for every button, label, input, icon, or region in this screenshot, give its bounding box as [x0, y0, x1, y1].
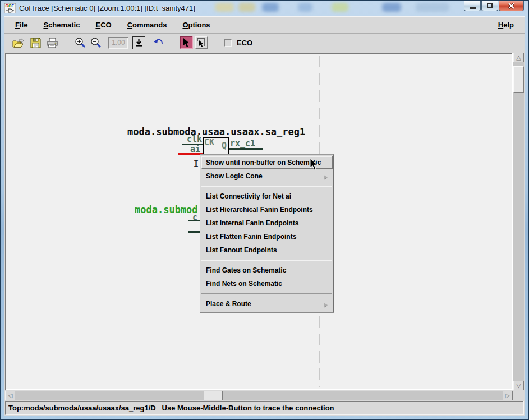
zoom-in-button[interactable]	[73, 36, 87, 49]
scroll-left-button[interactable]: ◁	[5, 391, 15, 400]
minimize-button[interactable]	[464, 1, 481, 11]
zoom-in-icon	[75, 37, 86, 48]
zoom-out-button[interactable]	[89, 36, 103, 49]
context-menu: Show until non-buffer on Schematic Show …	[200, 154, 334, 312]
scrollbar-corner	[513, 391, 524, 400]
status-text: Top:moda/submoda/usaa/usaax/sa_reg1/D Us…	[8, 404, 334, 412]
place-down-button[interactable]	[132, 36, 145, 49]
eco-checkbox[interactable]	[224, 39, 232, 47]
toolbar: ECO	[4, 34, 525, 52]
instance-name-partial-label[interactable]: I	[194, 159, 199, 169]
pin-q-label: Q	[222, 141, 227, 151]
menu-item-find-nets[interactable]: Find Nets on Schematic	[201, 277, 333, 290]
open-folder-icon	[12, 38, 24, 48]
menu-separator	[201, 260, 332, 261]
menu-separator	[201, 293, 332, 294]
horizontal-scrollbar[interactable]: ◁ ▷	[5, 391, 513, 400]
statusbar: Top:moda/submoda/usaa/usaax/sa_reg1/D Us…	[5, 401, 524, 415]
arrow-down-to-line-icon	[135, 39, 143, 47]
zoom-out-icon	[90, 37, 102, 48]
menu-separator	[201, 186, 332, 187]
stub-wire[interactable]	[188, 231, 200, 233]
cursor-arrow-icon	[183, 38, 190, 48]
vertical-scroll-track[interactable]	[513, 62, 524, 381]
undo-arrow-icon	[153, 38, 164, 47]
close-icon	[508, 3, 515, 9]
menu-schematic[interactable]: Schematic	[38, 19, 85, 31]
triangle-left-icon: ◁	[8, 393, 12, 399]
svg-text:GOF: GOF	[6, 4, 15, 8]
mouse-cursor	[309, 158, 319, 170]
horizontal-scroll-thumb[interactable]	[204, 391, 223, 400]
horizontal-scroll-track[interactable]	[15, 391, 503, 400]
maximize-icon	[487, 3, 493, 8]
goftrace-window: GOF GofTrace [Schematic 0] [Zoom:1.00:1]…	[0, 0, 529, 420]
print-button[interactable]	[45, 36, 59, 49]
scroll-down-button[interactable]: ▽	[513, 381, 524, 390]
menu-item-show-logic-cone[interactable]: Show Logic Cone	[201, 169, 333, 183]
triangle-up-icon: △	[516, 54, 521, 61]
menubar: File Schematic ECO Commands Options Help	[4, 16, 525, 34]
select-box-mode-button[interactable]	[195, 36, 208, 49]
glass-reflection	[238, 3, 255, 12]
workarea: moda.submoda.usaa.usaax.sa_reg1 CK Q clk…	[4, 52, 525, 390]
net-clk-label[interactable]: clk	[187, 134, 202, 144]
instance-path-label[interactable]: moda.submoda.usaa.usaax.sa_reg1	[127, 126, 305, 137]
scroll-up-button[interactable]: △	[513, 53, 524, 62]
horizontal-scrollbar-row: ◁ ▷	[4, 391, 525, 400]
scroll-right-button[interactable]: ▷	[503, 391, 513, 400]
maximize-button[interactable]	[481, 1, 498, 11]
glass-reflection	[215, 3, 234, 12]
schematic-canvas[interactable]: moda.submoda.usaa.usaax.sa_reg1 CK Q clk…	[5, 53, 513, 390]
hierarchical-path-label[interactable]: moda.submod	[135, 204, 198, 215]
menu-item-list-hierarchical-fanin[interactable]: List Hierarchical Fanin Endpoints	[201, 203, 333, 216]
submenu-arrow-icon	[324, 175, 328, 179]
glass-reflection	[298, 3, 312, 12]
menu-item-find-gates[interactable]: Find Gates on Schematic	[201, 264, 333, 277]
menu-item-list-flatten-fanin[interactable]: List Flatten Fanin Endpoints	[201, 230, 333, 243]
glass-reflection	[262, 3, 279, 12]
print-icon	[47, 38, 58, 48]
save-icon	[30, 38, 41, 48]
eco-checkbox-label: ECO	[237, 39, 252, 47]
vertical-scrollbar[interactable]: △ ▽	[513, 53, 524, 390]
glass-reflection	[332, 3, 348, 12]
glass-reflection	[416, 3, 449, 12]
zoom-level-input[interactable]	[108, 37, 128, 49]
rx-c1-wire[interactable]	[229, 148, 263, 150]
open-button[interactable]	[11, 36, 25, 49]
menu-item-list-internal-fanin[interactable]: List Internal Fanin Endpoints	[201, 216, 333, 230]
submenu-arrow-icon	[324, 303, 328, 307]
pointer-mode-button[interactable]	[180, 36, 193, 49]
triangle-down-icon: ▽	[516, 382, 521, 389]
save-button[interactable]	[29, 36, 42, 49]
menu-item-list-connectivity[interactable]: List Connectivity for Net ai	[201, 190, 333, 203]
menu-help[interactable]: Help	[493, 19, 519, 31]
vertical-scroll-thumb[interactable]	[513, 66, 524, 93]
goftrace-app-icon[interactable]: GOF	[4, 3, 16, 13]
glass-reflection	[382, 3, 401, 12]
app-frame: File Schematic ECO Commands Options Help	[4, 16, 525, 416]
triangle-right-icon: ▷	[505, 393, 510, 399]
menu-item-list-fanout[interactable]: List Fanout Endpoints	[201, 243, 333, 257]
cursor-in-box-icon	[197, 38, 206, 47]
window-title: GofTrace [Schematic 0] [Zoom:1.00:1] [ID…	[19, 4, 195, 12]
menu-eco[interactable]: ECO	[90, 19, 116, 31]
minimize-icon	[470, 7, 476, 9]
undo-button[interactable]	[152, 36, 165, 49]
menu-options[interactable]: Options	[177, 19, 215, 31]
net-rx-c1-label[interactable]: rx_c1	[230, 139, 255, 149]
menu-file[interactable]: File	[10, 19, 33, 31]
pin-ck-label: CK	[204, 137, 214, 147]
menu-commands[interactable]: Commands	[122, 19, 172, 31]
close-button[interactable]	[499, 1, 524, 11]
titlebar[interactable]: GOF GofTrace [Schematic 0] [Zoom:1.00:1]…	[1, 1, 528, 16]
menu-item-place-route[interactable]: Place & Route	[201, 297, 333, 311]
c-wire[interactable]	[188, 220, 200, 221]
